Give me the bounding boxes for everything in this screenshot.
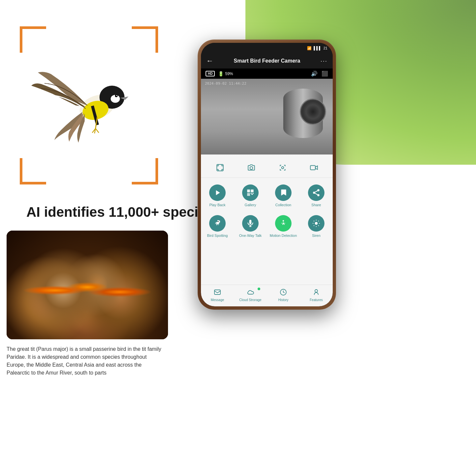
cloud-storage-nav[interactable]: Cloud Strorage <box>234 288 267 302</box>
feature-grid: Play Back Gallery <box>201 178 333 243</box>
svg-rect-16 <box>251 189 254 192</box>
siren-icon-circle <box>308 215 324 232</box>
camera-controls: 🔊 ⬛ <box>311 70 328 77</box>
gallery-button[interactable]: Gallery <box>234 180 267 210</box>
collection-label: Collection <box>275 203 291 207</box>
photo-button[interactable] <box>244 160 259 175</box>
svg-point-19 <box>317 194 320 196</box>
gallery-label: Gallery <box>245 203 256 207</box>
share-label: Share <box>311 203 321 207</box>
svg-point-17 <box>317 189 320 191</box>
svg-point-10 <box>116 95 117 96</box>
bird-spotting-icon-circle <box>209 215 226 232</box>
message-nav-label: Message <box>211 298 224 302</box>
features-label: Features <box>310 298 322 302</box>
camera-view: 2024-09-02 11:44:22 <box>201 79 333 154</box>
bird-spotting-button[interactable]: Bird Spotting <box>201 210 234 241</box>
volume-icon[interactable]: 🔊 <box>311 70 318 77</box>
motion-detection-icon-circle <box>275 215 292 232</box>
message-nav[interactable]: Message <box>201 288 234 302</box>
svg-point-13 <box>281 167 284 169</box>
fullscreen-icon[interactable]: ⬛ <box>322 70 328 77</box>
phone-screen: 📶 ▌▌▌ 21 ← Smart Bird Feeder Camera ··· … <box>201 43 333 306</box>
svg-point-27 <box>315 290 318 292</box>
bottom-nav: Message Cloud Strorage <box>201 285 333 303</box>
app-header: ← Smart Bird Feeder Camera ··· <box>201 53 333 69</box>
one-way-talk-label: One-Way Talk <box>239 234 262 238</box>
svg-rect-15 <box>247 189 250 192</box>
wifi-icon: 📶 <box>307 46 312 50</box>
features-icon <box>312 288 321 297</box>
svg-point-20 <box>218 221 219 222</box>
phone: 📶 ▌▌▌ 21 ← Smart Bird Feeder Camera ··· … <box>198 40 336 310</box>
playback-icon-circle <box>209 184 226 201</box>
history-label: History <box>278 298 288 302</box>
siren-label: Siren <box>312 234 321 238</box>
camera-scene: 2024-09-02 11:44:22 <box>201 79 333 154</box>
camera-lens <box>300 98 326 125</box>
signal-icon: ▌▌▌ <box>314 46 321 50</box>
app-title: Smart Bird Feeder Camera <box>234 58 300 64</box>
hd-badge: HD <box>206 71 215 76</box>
cloud-icon <box>246 288 255 297</box>
cloud-storage-dot <box>258 288 260 290</box>
playback-label: Play Back <box>210 203 226 207</box>
phone-frame: 📶 ▌▌▌ 21 ← Smart Bird Feeder Camera ··· … <box>198 40 336 310</box>
svg-point-24 <box>315 222 318 225</box>
battery-percent: 59% <box>225 71 233 76</box>
svg-point-18 <box>313 192 315 194</box>
more-button[interactable]: ··· <box>321 58 327 65</box>
motion-detection-label: Motion Detection <box>270 234 297 238</box>
share-button[interactable]: Share <box>300 180 333 210</box>
status-bar: 📶 ▌▌▌ 21 <box>201 43 333 53</box>
one-way-talk-button[interactable]: One-Way Talk <box>234 210 267 241</box>
phone-bottom: Play Back Gallery <box>201 154 333 306</box>
zoom-button[interactable] <box>275 160 290 175</box>
siren-button[interactable]: Siren <box>300 210 333 241</box>
history-icon <box>279 288 288 297</box>
svg-rect-11 <box>217 164 223 171</box>
back-button[interactable]: ← <box>206 57 213 65</box>
gallery-icon-circle <box>242 184 259 201</box>
share-icon-circle <box>308 184 324 201</box>
features-nav[interactable]: Features <box>300 288 333 302</box>
collection-button[interactable]: Collection <box>267 180 300 210</box>
nest-photo <box>7 231 168 339</box>
one-way-talk-icon-circle <box>242 215 259 232</box>
cloud-storage-label: Cloud Strorage <box>239 298 261 302</box>
bird-image <box>16 20 171 194</box>
record-button[interactable] <box>307 160 321 175</box>
collection-icon-circle <box>275 184 292 201</box>
motion-detection-button[interactable]: Motion Detection <box>267 210 300 241</box>
history-nav[interactable]: History <box>267 288 300 302</box>
camera-bar: HD 🔋 59% 🔊 ⬛ <box>201 69 333 79</box>
battery-info: 🔋 59% <box>218 71 233 76</box>
svg-line-8 <box>96 128 99 133</box>
playback-button[interactable]: Play Back <box>201 180 234 210</box>
svg-rect-25 <box>214 290 220 294</box>
bird-description: The great tit (Parus major) is a small p… <box>7 345 165 377</box>
svg-point-23 <box>283 220 284 221</box>
svg-point-12 <box>250 167 253 170</box>
bird-spotting-label: Bird Spotting <box>207 234 228 238</box>
ai-species-text: AI identifies 11,000+ species <box>26 204 213 220</box>
camera-timestamp: 2024-09-02 11:44:22 <box>205 81 246 86</box>
svg-rect-14 <box>310 166 315 170</box>
message-icon <box>213 288 222 297</box>
top-icon-row <box>201 158 333 178</box>
battery-status: 21 <box>323 46 327 50</box>
battery-icon: 🔋 <box>218 71 224 76</box>
screenshot-button[interactable] <box>213 160 227 175</box>
